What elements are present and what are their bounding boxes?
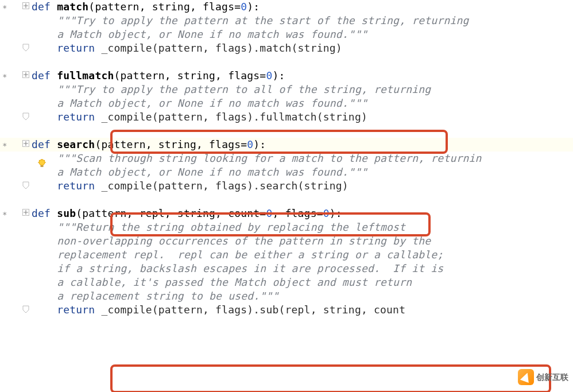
watermark-logo-icon bbox=[518, 369, 534, 385]
code-line[interactable]: def match(pattern, string, flags=0): bbox=[32, 0, 260, 14]
block-end-icon bbox=[22, 305, 29, 313]
code-line[interactable]: replacement repl. repl can be either a s… bbox=[32, 248, 443, 262]
code-line[interactable]: a replacement string to be used.""" bbox=[32, 289, 278, 303]
code-line[interactable]: """Try to apply the pattern to all of th… bbox=[32, 83, 431, 96]
code-line[interactable]: def search(pattern, string, flags=0): bbox=[32, 138, 266, 152]
code-line[interactable]: if a string, backslash escapes in it are… bbox=[32, 262, 443, 275]
code-line[interactable]: a Match object, or None if no match was … bbox=[32, 165, 367, 179]
block-end-icon bbox=[22, 44, 29, 52]
code-line[interactable]: def sub(pattern, repl, string, count=0, … bbox=[32, 207, 342, 220]
code-line[interactable]: return _compile(pattern, flags).sub(repl… bbox=[32, 303, 405, 317]
code-line[interactable]: return _compile(pattern, flags).match(st… bbox=[32, 41, 342, 55]
watermark: 创新互联 bbox=[518, 369, 568, 385]
modified-marker: * bbox=[2, 208, 7, 222]
code-line[interactable]: return _compile(pattern, flags).fullmatc… bbox=[32, 110, 367, 124]
highlight-box bbox=[110, 364, 551, 392]
code-line[interactable]: """Try to apply the pattern at the start… bbox=[32, 14, 469, 28]
code-line[interactable]: """Return the string obtained by replaci… bbox=[32, 220, 405, 234]
code-editor[interactable]: * def match(pattern, string, flags=0): "… bbox=[0, 0, 573, 392]
code-line[interactable]: a Match object, or None if no match was … bbox=[32, 28, 367, 41]
watermark-text: 创新互联 bbox=[536, 370, 568, 384]
modified-marker: * bbox=[2, 70, 7, 84]
fold-toggle[interactable] bbox=[22, 2, 29, 9]
code-line[interactable]: non-overlapping occurrences of the patte… bbox=[32, 234, 431, 248]
code-line[interactable]: def fullmatch(pattern, string, flags=0): bbox=[32, 69, 285, 83]
code-line[interactable]: a Match object, or None if no match was … bbox=[32, 96, 367, 110]
code-line[interactable]: return _compile(pattern, flags).search(s… bbox=[32, 179, 349, 193]
code-line[interactable]: """Scan through string looking for a mat… bbox=[32, 152, 482, 165]
fold-toggle[interactable] bbox=[22, 140, 29, 147]
modified-marker: * bbox=[2, 1, 7, 15]
code-line[interactable]: a callable, it's passed the Match object… bbox=[32, 275, 412, 289]
block-end-icon bbox=[22, 181, 29, 189]
fold-toggle[interactable] bbox=[22, 71, 29, 78]
modified-marker: * bbox=[2, 139, 7, 153]
fold-toggle[interactable] bbox=[22, 209, 29, 216]
block-end-icon bbox=[22, 112, 29, 121]
